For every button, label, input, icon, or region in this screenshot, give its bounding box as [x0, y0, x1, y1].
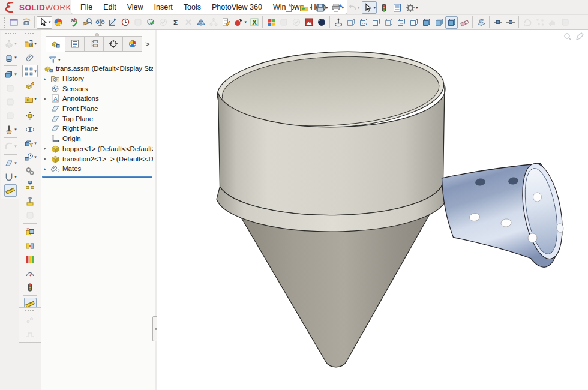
- display-perspective-button[interactable]: [395, 16, 407, 29]
- edrawings-button[interactable]: [265, 16, 277, 29]
- transition-model[interactable]: [442, 160, 569, 267]
- select-tool-button[interactable]: ▾: [37, 16, 52, 29]
- display-shaded-no-edges-button[interactable]: [433, 16, 445, 29]
- display-shaded-button[interactable]: [420, 16, 433, 29]
- file-properties-button[interactable]: [391, 1, 403, 14]
- hole-wizard-button[interactable]: ▾: [2, 123, 18, 136]
- revolved-boss-button[interactable]: ▾: [2, 51, 18, 64]
- menu-photoview-360[interactable]: PhotoView 360: [206, 3, 268, 11]
- component-folder-button[interactable]: ▾: [22, 92, 38, 105]
- dropdown-arrow-icon[interactable]: ▾: [34, 141, 37, 146]
- interference-detection-button[interactable]: [24, 226, 37, 238]
- curve-button[interactable]: ▾: [2, 170, 18, 183]
- tree-item[interactable]: ▸Mates: [44, 164, 153, 174]
- open-document-button[interactable]: ▾: [298, 1, 314, 14]
- insert-component-button[interactable]: ▾: [22, 37, 38, 50]
- mass-properties-button[interactable]: [94, 16, 107, 29]
- apply-scene-button[interactable]: [475, 16, 487, 29]
- expand-arrow-icon[interactable]: ▸: [44, 96, 50, 101]
- tree-item[interactable]: trans.assm (Default<Display State-1>): [44, 64, 153, 74]
- photoview-360-button[interactable]: [52, 16, 65, 29]
- print-button[interactable]: ▾: [330, 1, 346, 14]
- dropdown-arrow-icon[interactable]: ▾: [34, 69, 37, 74]
- draft-analysis-button[interactable]: [195, 16, 208, 29]
- display-shaded-with-edges-button[interactable]: [445, 16, 458, 29]
- select-button[interactable]: ▾: [362, 1, 377, 14]
- dropdown-arrow-icon[interactable]: ▾: [326, 5, 328, 10]
- gear-mate-button[interactable]: [24, 164, 37, 177]
- expand-arrow-icon[interactable]: ▸: [44, 146, 50, 151]
- dropdown-arrow-icon[interactable]: ▾: [14, 161, 17, 166]
- tree-item[interactable]: Front Plane: [44, 104, 153, 114]
- edit-component-button[interactable]: [24, 79, 37, 91]
- tree-item[interactable]: ▸History: [44, 74, 153, 84]
- dropdown-arrow-icon[interactable]: ▾: [416, 5, 418, 10]
- swept-boss-button[interactable]: ▾: [2, 68, 18, 80]
- section-properties-button[interactable]: [107, 16, 119, 29]
- no-render-preview-button[interactable]: [458, 16, 470, 29]
- dropdown-arrow-icon[interactable]: ▾: [14, 144, 17, 149]
- options-button[interactable]: ▾: [404, 1, 419, 14]
- pencil-icon[interactable]: [575, 32, 584, 41]
- configurationmanager-tab[interactable]: [84, 36, 104, 52]
- dropdown-arrow-icon[interactable]: ▾: [34, 155, 37, 160]
- view-orientation-button[interactable]: [332, 16, 344, 29]
- move-component-button[interactable]: [24, 109, 37, 122]
- display-wireframe-button[interactable]: [344, 16, 357, 29]
- show-hidden-components-button[interactable]: [24, 123, 37, 136]
- displaymanager-tab[interactable]: [122, 36, 142, 52]
- tree-item[interactable]: Right Plane: [44, 124, 153, 134]
- dropdown-arrow-icon[interactable]: ▾: [34, 41, 37, 46]
- tree-item[interactable]: Origin: [44, 134, 153, 144]
- mate-connector-right-button[interactable]: [504, 16, 517, 29]
- menu-file[interactable]: File: [75, 3, 98, 11]
- dropdown-arrow-icon[interactable]: ▾: [58, 58, 61, 62]
- hopper-model[interactable]: [215, 46, 447, 367]
- new-motion-study-button[interactable]: ▾: [22, 151, 38, 163]
- expand-arrow-icon[interactable]: ▸: [44, 156, 50, 161]
- dropdown-arrow-icon[interactable]: ▾: [374, 5, 376, 10]
- equations-button[interactable]: Σ: [170, 16, 182, 29]
- performance-assistant-button[interactable]: [24, 267, 37, 280]
- dropdown-arrow-icon[interactable]: ▾: [14, 41, 17, 46]
- menu-edit[interactable]: Edit: [98, 3, 122, 11]
- measure-button[interactable]: [82, 16, 94, 29]
- photoview-preview-button[interactable]: [302, 16, 315, 29]
- toolbar-grip[interactable]: [3, 17, 6, 28]
- display-section-view-button[interactable]: [407, 16, 420, 29]
- dropdown-arrow-icon[interactable]: ▾: [14, 55, 17, 60]
- check-entity-button[interactable]: [145, 16, 157, 29]
- tree-item[interactable]: ▸hopper<1> (Default<<Default>_Dis: [44, 144, 153, 154]
- assembly-features-button[interactable]: ▾: [22, 137, 38, 149]
- linear-component-pattern-button[interactable]: ▾: [22, 65, 38, 77]
- dropdown-arrow-icon[interactable]: ▾: [342, 5, 344, 10]
- tree-item[interactable]: Sensors: [44, 83, 153, 94]
- menu-view[interactable]: View: [122, 3, 149, 11]
- mate-connector-left-button[interactable]: [491, 16, 504, 29]
- propertymanager-tab[interactable]: [65, 36, 85, 52]
- toolbar-grip[interactable]: [25, 309, 35, 312]
- dimxpert-dimensions-button[interactable]: ▾: [233, 16, 248, 29]
- save-button[interactable]: ▾: [314, 1, 329, 14]
- display-draft-quality-button[interactable]: [382, 16, 395, 29]
- dimxpertmanager-tab[interactable]: [103, 36, 123, 52]
- featuremanager-design-tree-tab[interactable]: [46, 36, 65, 52]
- screen-capture-button[interactable]: [7, 16, 20, 29]
- new-document-button[interactable]: ▾: [282, 1, 298, 14]
- rollback-bar[interactable]: [42, 176, 152, 178]
- toolbar-grip[interactable]: [25, 32, 35, 35]
- dropdown-arrow-icon[interactable]: ▾: [245, 20, 247, 25]
- tabs-overflow-chevron-icon[interactable]: >: [145, 37, 150, 52]
- assembly-xpert-button[interactable]: [24, 281, 37, 293]
- spell-check-button[interactable]: ab: [69, 16, 82, 29]
- dropdown-arrow-icon[interactable]: ▾: [49, 20, 51, 25]
- performance-evaluation-button[interactable]: [119, 16, 132, 29]
- assembly-visualization-button[interactable]: [24, 253, 37, 266]
- menu-insert[interactable]: Insert: [149, 3, 178, 11]
- tree-item[interactable]: ▸transition2<1> -> (Default<<Defau: [44, 154, 153, 164]
- expand-arrow-icon[interactable]: ▸: [44, 76, 50, 82]
- dropdown-arrow-icon[interactable]: ▾: [14, 175, 17, 179]
- dropdown-arrow-icon[interactable]: ▾: [358, 5, 360, 10]
- dropdown-arrow-icon[interactable]: ▾: [34, 97, 37, 101]
- smart-fasteners-button[interactable]: [24, 195, 37, 208]
